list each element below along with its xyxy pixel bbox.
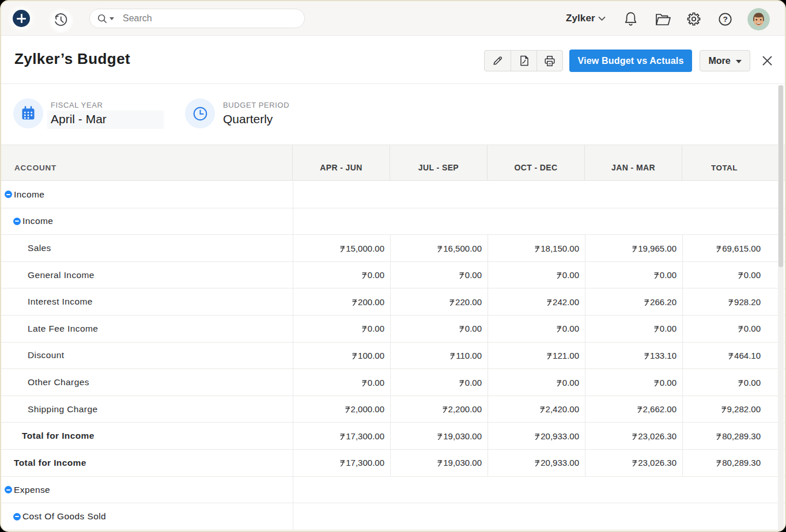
svg-text:?: ? xyxy=(723,15,727,24)
